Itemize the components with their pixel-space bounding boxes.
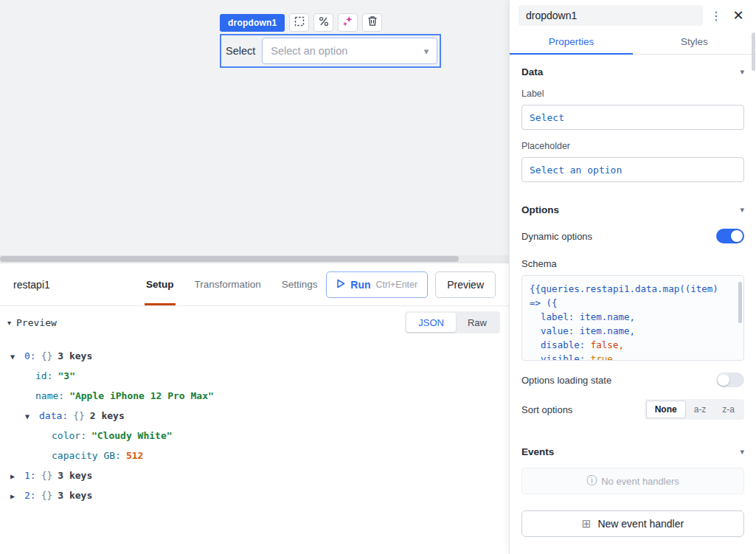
tree-brace: {} [41, 470, 53, 481]
dropdown-widget[interactable]: Select Select an option ▾ [220, 34, 441, 68]
code-text: {{queries.restapi1.data.map((item) [530, 283, 718, 294]
new-event-handler-button[interactable]: ⊞ New event handler [521, 510, 744, 537]
section-events[interactable]: Events ▾ [521, 446, 744, 457]
code-text: false, [591, 339, 624, 350]
bind-data-button[interactable] [313, 13, 333, 32]
section-options[interactable]: Options ▾ [521, 204, 744, 215]
options-loading-label: Options loading state [521, 375, 611, 386]
options-loading-toggle[interactable] [716, 373, 744, 387]
dynamic-options-row: Dynamic options [521, 229, 744, 243]
sort-az-button[interactable]: a-z [686, 401, 715, 418]
tree-row: capacity GB:512 [6, 450, 503, 461]
mode-raw[interactable]: Raw [456, 313, 499, 332]
code-text: item.name, [580, 325, 635, 336]
tree-count: 3 keys [58, 470, 92, 481]
placeholder-field-label: Placeholder [521, 141, 744, 151]
tab-setup[interactable]: Setup [146, 263, 174, 305]
expander-icon[interactable]: ▼ [25, 412, 34, 420]
ai-sparkle-button[interactable] [338, 13, 358, 32]
preview-button[interactable]: Preview [435, 271, 496, 298]
tree-row[interactable]: ▼0:{}3 keys [6, 350, 503, 361]
dynamic-options-label: Dynamic options [521, 231, 592, 242]
run-label: Run [350, 279, 370, 291]
chevron-down-icon: ▾ [424, 46, 429, 57]
tree-count: 3 keys [58, 490, 92, 501]
tab-settings[interactable]: Settings [282, 263, 318, 305]
chevron-down-icon[interactable]: ▾ [740, 447, 744, 457]
tree-value: 512 [126, 450, 143, 461]
schema-label: Schema [521, 258, 744, 269]
close-icon[interactable]: ✕ [729, 7, 747, 24]
widget-name-badge[interactable]: dropdown1 [220, 14, 285, 32]
schema-code-editor[interactable]: {{queries.restapi1.data.map((item) => ({… [521, 275, 744, 361]
dropdown-select[interactable]: Select an option ▾ [262, 38, 437, 64]
expander-icon[interactable]: ▶ [10, 492, 19, 500]
tree-row: name:"Apple iPhone 12 Pro Max" [6, 390, 503, 401]
property-pane-body: Data ▾ Label Select Placeholder Select a… [510, 55, 756, 554]
tree-row[interactable]: ▶1:{}3 keys [6, 470, 503, 481]
response-bar: ▾ Preview JSON Raw [0, 306, 509, 339]
run-shortcut: Ctrl+Enter [376, 280, 418, 290]
expander-icon[interactable]: ▼ [10, 353, 19, 361]
code-line: label: item.name, [530, 310, 736, 324]
label-input[interactable]: Select [521, 105, 744, 130]
widget-toolbar: dropdown1 [220, 13, 382, 32]
options-loading-row: Options loading state [521, 373, 744, 387]
placeholder-input[interactable]: Select an option [521, 157, 744, 182]
code-line: visible: true [530, 352, 736, 361]
delete-widget-button[interactable] [362, 13, 382, 32]
code-line: {{queries.restapi1.data.map((item) [530, 282, 736, 296]
ai-sparkle-icon [342, 15, 353, 30]
query-panel: restapi1 Setup Transformation Settings R… [0, 263, 509, 554]
plus-square-icon: ⊞ [582, 517, 592, 530]
tree-row: id:"3" [6, 370, 503, 381]
chevron-down-icon[interactable]: ▾ [740, 205, 744, 215]
tab-transformation[interactable]: Transformation [195, 263, 261, 305]
section-data[interactable]: Data ▾ [521, 66, 744, 77]
trash-icon [367, 15, 378, 30]
no-event-handlers: ⓘ No event handlers [521, 468, 744, 494]
expander-icon[interactable]: ▶ [10, 472, 19, 480]
scrollbar-thumb[interactable] [0, 256, 459, 262]
run-button[interactable]: Run Ctrl+Enter [326, 271, 428, 298]
code-text: true [591, 353, 613, 361]
query-actions: Run Ctrl+Enter Preview [326, 271, 506, 298]
property-pane-header: dropdown1 ⋮ ✕ [510, 0, 756, 28]
code-text: item.name, [580, 311, 635, 322]
response-mode-toggle: JSON Raw [405, 311, 500, 333]
code-text: => ({ [530, 297, 558, 308]
query-name[interactable]: restapi1 [13, 279, 146, 291]
sort-options-row: Sort options None a-z z-a [521, 399, 744, 420]
tree-count: 3 keys [58, 350, 92, 361]
tree-brace: {} [41, 350, 53, 361]
sort-none-button[interactable]: None [646, 401, 686, 418]
inspector-scrollbar[interactable] [752, 32, 755, 71]
tab-styles[interactable]: Styles [633, 30, 756, 54]
canvas-horizontal-scrollbar[interactable] [0, 255, 509, 263]
tree-value: "3" [58, 370, 74, 381]
sort-options-label: Sort options [521, 404, 572, 415]
sort-za-button[interactable]: z-a [714, 401, 743, 418]
tree-key: color: [52, 430, 86, 441]
select-parent-button[interactable] [289, 13, 309, 32]
mode-json[interactable]: JSON [406, 313, 456, 332]
widget-title-input[interactable]: dropdown1 [519, 5, 703, 26]
kebab-menu-icon[interactable]: ⋮ [710, 9, 722, 23]
tab-properties[interactable]: Properties [510, 30, 633, 54]
tree-row[interactable]: ▶2:{}3 keys [6, 490, 503, 501]
query-tabs: Setup Transformation Settings [146, 263, 318, 305]
code-text: label: [530, 311, 580, 322]
code-scrollbar[interactable] [738, 282, 742, 323]
chevron-down-icon[interactable]: ▾ [7, 319, 11, 327]
dynamic-options-toggle[interactable] [716, 229, 744, 243]
tree-row[interactable]: ▼data:{}2 keys [6, 410, 503, 421]
bind-data-icon [319, 16, 329, 30]
code-text: visible: [530, 353, 591, 361]
tree-row: color:"Cloudy White" [6, 430, 503, 441]
code-line: => ({ [530, 296, 736, 310]
chevron-down-icon[interactable]: ▾ [740, 67, 744, 77]
dropdown-widget-label: Select [226, 45, 255, 57]
canvas[interactable]: dropdown1 [0, 0, 509, 263]
tree-key: 2: [24, 490, 36, 501]
sort-options-group: None a-z z-a [645, 399, 744, 420]
